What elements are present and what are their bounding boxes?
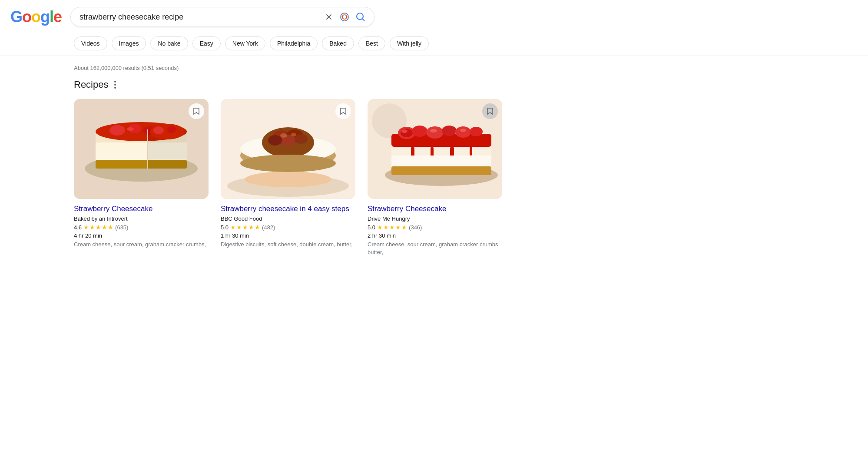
cake-illustration-1 — [74, 99, 209, 199]
section-header: Recipes — [74, 79, 598, 90]
recipe-time-1: 4 hr 20 min — [74, 232, 209, 239]
svg-point-46 — [426, 126, 444, 139]
logo-o1: o — [22, 8, 31, 26]
star-3-4: ★ — [395, 224, 401, 231]
camera-search-button[interactable] — [339, 12, 350, 22]
filter-chip-best[interactable]: Best — [358, 36, 385, 50]
filter-bar: VideosImagesNo bakeEasyNew YorkPhiladelp… — [0, 32, 868, 56]
svg-point-44 — [401, 129, 413, 137]
svg-point-30 — [280, 133, 287, 138]
search-icon — [356, 12, 365, 22]
rating-count-3: (346) — [409, 224, 422, 231]
filter-chip-new-york[interactable]: New York — [225, 36, 265, 50]
header: G o o g l e strawberry cheesecake recipe — [0, 0, 868, 32]
search-bar: strawberry cheesecake recipe — [70, 7, 374, 27]
recipe-cards: Strawberry Cheesecake Baked by an Introv… — [74, 99, 598, 256]
bookmark-icon-1 — [193, 107, 200, 115]
results-count: About 162,000,000 results (0.51 seconds) — [74, 65, 598, 71]
recipe-title-3[interactable]: Strawberry Cheesecake — [368, 204, 502, 214]
recipe-source-2: BBC Good Food — [221, 215, 355, 222]
recipe-rating-3: 5.0 ★ ★ ★ ★ ★ (346) — [368, 224, 502, 231]
recipe-source-1: Baked by an Introvert — [74, 215, 209, 222]
recipe-title-1[interactable]: Strawberry Cheesecake — [74, 204, 209, 214]
more-options-button[interactable] — [113, 79, 118, 90]
svg-rect-37 — [391, 166, 491, 175]
star-1-5: ★ — [108, 224, 113, 231]
bookmark-button-3[interactable] — [482, 103, 498, 119]
camera-icon — [339, 12, 350, 22]
stars-1: ★ ★ ★ ★ ★ — [83, 224, 113, 231]
bookmark-icon-3 — [487, 107, 494, 115]
star-2-2: ★ — [236, 224, 242, 231]
logo-l: l — [50, 8, 53, 26]
dot3 — [114, 87, 116, 89]
svg-point-21 — [245, 172, 331, 187]
cake-illustration-3 — [368, 99, 502, 199]
star-3-5: ★ — [401, 224, 407, 231]
logo-g: G — [10, 8, 22, 26]
recipe-title-2[interactable]: Strawberry cheesecake in 4 easy steps — [221, 204, 355, 214]
recipe-image-1 — [74, 99, 209, 199]
google-logo: G o o g l e — [10, 8, 62, 26]
recipe-rating-2: 5.0 ★ ★ ★ ★ ★ (482) — [221, 224, 355, 231]
star-1-3: ★ — [96, 224, 101, 231]
search-button[interactable] — [356, 12, 365, 22]
recipe-ingredients-1: Cream cheese, sour cream, graham cracker… — [74, 241, 209, 248]
recipe-source-3: Drive Me Hungry — [368, 215, 502, 222]
search-icons — [325, 12, 365, 22]
rating-value-2: 5.0 — [221, 224, 229, 231]
star-3-2: ★ — [383, 224, 389, 231]
filter-chip-images[interactable]: Images — [112, 36, 146, 50]
svg-point-52 — [460, 129, 466, 132]
svg-point-32 — [240, 155, 336, 172]
svg-rect-53 — [391, 156, 491, 166]
star-1-2: ★ — [89, 224, 95, 231]
filter-chip-baked[interactable]: Baked — [322, 36, 354, 50]
filter-chip-with-jelly[interactable]: With jelly — [390, 36, 429, 50]
svg-point-29 — [295, 134, 308, 144]
recipe-time-3: 2 hr 30 min — [368, 232, 502, 239]
filter-chip-philadelphia[interactable]: Philadelphia — [270, 36, 318, 50]
rating-count-2: (482) — [262, 224, 275, 231]
svg-point-45 — [412, 126, 427, 137]
recipe-ingredients-2: Digestive biscuits, soft cheese, double … — [221, 241, 355, 248]
rating-value-1: 4.6 — [74, 224, 82, 231]
svg-point-50 — [401, 129, 407, 133]
svg-point-49 — [470, 127, 483, 136]
rating-count-1: (635) — [115, 224, 128, 231]
recipe-rating-1: 4.6 ★ ★ ★ ★ ★ (635) — [74, 224, 209, 231]
recipe-time-2: 1 hr 30 min — [221, 232, 355, 239]
svg-point-31 — [291, 133, 296, 136]
svg-point-1 — [342, 15, 347, 19]
dot1 — [114, 81, 116, 83]
star-3-1: ★ — [377, 224, 383, 231]
rating-value-3: 5.0 — [368, 224, 375, 231]
filter-chip-videos[interactable]: Videos — [74, 36, 107, 50]
filter-chip-no-bake[interactable]: No bake — [150, 36, 188, 50]
recipe-image-2 — [221, 99, 355, 199]
svg-point-17 — [153, 126, 164, 134]
svg-point-18 — [167, 126, 176, 133]
filter-chip-easy[interactable]: Easy — [192, 36, 221, 50]
svg-point-9 — [109, 125, 125, 136]
star-2-4: ★ — [248, 224, 254, 231]
recipe-card-1[interactable]: Strawberry Cheesecake Baked by an Introv… — [74, 99, 209, 256]
svg-rect-42 — [470, 147, 472, 156]
clear-button[interactable] — [325, 13, 333, 21]
logo-g2: g — [40, 8, 50, 26]
search-input[interactable]: strawberry cheesecake recipe — [80, 13, 319, 22]
stars-3: ★ ★ ★ ★ ★ — [377, 224, 407, 231]
star-3-3: ★ — [389, 224, 395, 231]
star-2-5: ★ — [255, 224, 260, 231]
star-2-3: ★ — [242, 224, 248, 231]
logo-e: e — [53, 8, 62, 26]
recipe-card-3[interactable]: Strawberry Cheesecake Drive Me Hungry 5.… — [368, 99, 502, 256]
bookmark-button-2[interactable] — [335, 103, 351, 119]
recipe-ingredients-3: Cream cheese, sour cream, graham cracker… — [368, 241, 502, 256]
recipe-card-2[interactable]: Strawberry cheesecake in 4 easy steps BB… — [221, 99, 355, 256]
svg-point-47 — [442, 126, 457, 136]
bookmark-button-1[interactable] — [189, 103, 204, 119]
logo-o2: o — [31, 8, 40, 26]
svg-point-13 — [127, 127, 134, 131]
dot2 — [114, 84, 116, 86]
